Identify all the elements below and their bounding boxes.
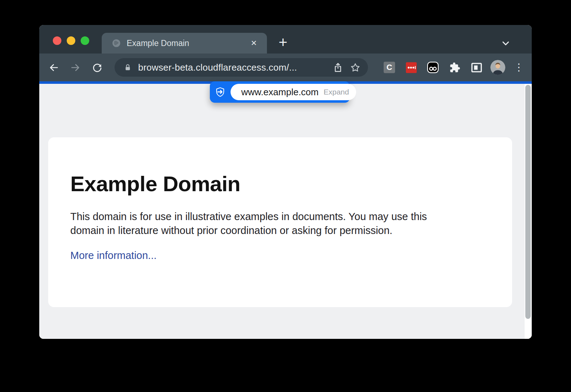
page-viewport: www.example.com Expand Example Domain Th… (39, 84, 532, 339)
tab-strip: Example Domain ✕ + (39, 25, 532, 54)
browser-toolbar: browser-beta.cloudflareaccess.com/... C (39, 54, 532, 81)
share-button[interactable] (332, 62, 344, 73)
isolation-host-pill[interactable]: www.example.com Expand (231, 84, 356, 100)
isolation-host-banner: www.example.com Expand (210, 81, 350, 103)
shield-arrow-icon (215, 87, 226, 97)
more-information-link[interactable]: More information... (70, 250, 157, 261)
isolation-host-text: www.example.com (241, 87, 319, 98)
expand-button[interactable]: Expand (324, 88, 349, 96)
extensions-puzzle-icon[interactable] (449, 61, 461, 73)
browser-menu-button[interactable]: ⋮ (514, 62, 523, 73)
address-bar[interactable]: browser-beta.cloudflareaccess.com/... (115, 58, 368, 77)
browser-window: Example Domain ✕ + brow (39, 25, 532, 339)
back-button[interactable] (45, 59, 62, 76)
reload-button[interactable] (89, 59, 106, 76)
new-tab-button[interactable]: + (275, 34, 291, 52)
chevron-down-icon[interactable] (500, 38, 511, 49)
close-window-button[interactable] (53, 36, 61, 45)
content-card: Example Domain This domain is for use in… (48, 137, 512, 307)
globe-favicon-icon (112, 39, 121, 48)
scrollbar-thumb[interactable] (525, 85, 531, 319)
extensions-row: C (374, 60, 523, 75)
page-heading: Example Domain (70, 172, 491, 196)
tab-title: Example Domain (127, 39, 248, 48)
dark-mode-extension-icon[interactable] (427, 61, 439, 73)
fullscreen-window-button[interactable] (81, 36, 89, 45)
tab-close-button[interactable]: ✕ (248, 37, 259, 49)
page-paragraph: This domain is for use in illustrative e… (70, 210, 491, 238)
c-extension-badge: C (384, 62, 395, 73)
url-text: browser-beta.cloudflareaccess.com/... (138, 62, 327, 73)
window-controls (53, 36, 89, 45)
profile-avatar[interactable] (490, 60, 505, 75)
forward-button[interactable] (67, 59, 84, 76)
minimize-window-button[interactable] (67, 36, 75, 45)
lastpass-extension-icon[interactable] (405, 61, 417, 73)
scrollbar-track[interactable] (525, 84, 532, 339)
c-extension-icon[interactable]: C (383, 61, 395, 73)
side-panel-icon[interactable] (470, 61, 482, 73)
browser-tab[interactable]: Example Domain ✕ (102, 33, 267, 54)
lock-icon (124, 63, 132, 71)
bookmark-star-button[interactable] (349, 62, 361, 73)
